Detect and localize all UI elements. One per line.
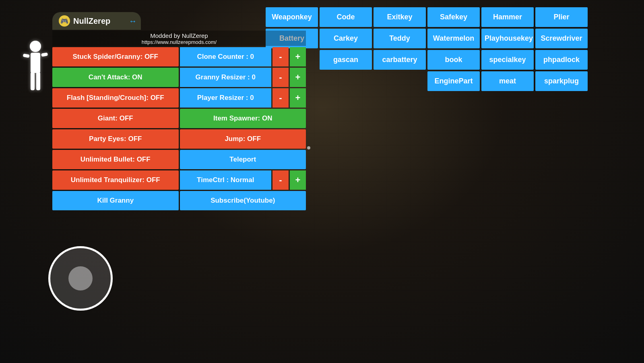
party-eyes-button[interactable]: Party Eyes: OFF [52, 129, 179, 149]
weapon-btn-exitkey[interactable]: Exitkey [374, 7, 426, 27]
timectrl-minus[interactable]: - [272, 170, 289, 190]
weapon-btn-phpadlock[interactable]: phpadlock [535, 50, 588, 70]
clone-counter-plus[interactable]: + [290, 47, 306, 66]
weapon-btn-book[interactable]: book [427, 50, 480, 70]
stuck-spider-button[interactable]: Stuck Spider/Granny: OFF [52, 47, 179, 66]
svg-rect-1 [31, 53, 40, 73]
player-resizer-row: Player Resizer : 0 - + [180, 88, 306, 108]
player-resizer-minus[interactable]: - [272, 88, 289, 108]
clone-counter-row: Clone Counter : 0 - + [180, 47, 306, 66]
weapon-btn-code[interactable]: Code [320, 7, 372, 27]
weapon-btn-carkey[interactable]: Carkey [320, 29, 372, 48]
clone-counter-label: Clone Counter : 0 [180, 47, 272, 66]
svg-rect-2 [23, 54, 30, 58]
timectrl-row: TimeCtrl : Normal - + [180, 170, 306, 190]
timectrl-label: TimeCtrl : Normal [180, 170, 272, 190]
weapon-grid: Weaponkey Code Exitkey Safekey Hammer Pl… [266, 7, 588, 91]
clone-counter-minus[interactable]: - [272, 47, 289, 66]
weapon-btn-watermelon[interactable]: Watermelon [427, 29, 480, 48]
mod-panel: 🎮 NullZerep ↔ Modded by NullZerep https:… [52, 12, 306, 210]
avatar-icon: 🎮 [59, 15, 70, 27]
granny-resizer-minus[interactable]: - [272, 68, 289, 87]
weapon-btn-plier[interactable]: Plier [535, 7, 588, 27]
arrows-icon: ↔ [129, 17, 137, 26]
svg-rect-5 [36, 72, 40, 90]
subscribe-button[interactable]: Subscribe(Youtube) [180, 191, 306, 210]
character-silhouette [19, 38, 52, 104]
modded-by-text: Modded by NullZerep [52, 32, 306, 39]
panel-subtitle: Modded by NullZerep https://www.nullzere… [52, 31, 306, 46]
granny-resizer-label: Granny Resizer : 0 [180, 68, 272, 87]
button-grid: Stuck Spider/Granny: OFF Clone Counter :… [52, 47, 306, 210]
svg-rect-3 [41, 52, 48, 57]
flash-button[interactable]: Flash [Standing/Crouch]: OFF [52, 88, 179, 108]
jump-button[interactable]: Jump: OFF [180, 129, 306, 149]
url-text: https://www.nullzerepmods.com/ [52, 39, 306, 45]
unlimited-tranq-button[interactable]: Unlimited Tranquilizer: OFF [52, 170, 179, 190]
unlimited-bullet-button[interactable]: Unlimited Bullet: OFF [52, 150, 179, 169]
svg-rect-4 [31, 72, 35, 90]
weapon-btn-playhousekey[interactable]: Playhousekey [481, 29, 534, 48]
svg-point-0 [30, 41, 41, 52]
teleport-button[interactable]: Teleport [180, 150, 306, 169]
timectrl-plus[interactable]: + [290, 170, 306, 190]
panel-title: NullZerep [73, 17, 110, 26]
panel-header: 🎮 NullZerep ↔ [52, 12, 141, 30]
weapon-btn-carbattery[interactable]: carbattery [374, 50, 426, 70]
item-spawner-button[interactable]: Item Spawner: ON [180, 109, 306, 128]
joystick-inner [68, 266, 93, 290]
weapon-btn-specialkey[interactable]: specialkey [481, 50, 534, 70]
weapon-btn-meat[interactable]: meat [481, 71, 534, 91]
weapon-btn-enginepart[interactable]: EnginePart [427, 71, 480, 91]
weapon-btn-safekey[interactable]: Safekey [427, 7, 480, 27]
weapon-btn-hammer[interactable]: Hammer [481, 7, 534, 27]
granny-resizer-row: Granny Resizer : 0 - + [180, 68, 306, 87]
joystick[interactable] [48, 246, 113, 311]
player-resizer-plus[interactable]: + [290, 88, 306, 108]
giant-button[interactable]: Giant: OFF [52, 109, 179, 128]
granny-resizer-plus[interactable]: + [290, 68, 306, 87]
cursor [307, 146, 310, 149]
weapon-btn-gascan[interactable]: gascan [320, 50, 372, 70]
weapon-btn-screwdriver[interactable]: Screwdriver [535, 29, 588, 48]
weapon-btn-sparkplug[interactable]: sparkplug [535, 71, 588, 91]
kill-granny-button[interactable]: Kill Granny [52, 191, 179, 210]
cant-attack-button[interactable]: Can't Attack: ON [52, 68, 179, 87]
player-resizer-label: Player Resizer : 0 [180, 88, 272, 108]
weapon-btn-teddy[interactable]: Teddy [374, 29, 426, 48]
